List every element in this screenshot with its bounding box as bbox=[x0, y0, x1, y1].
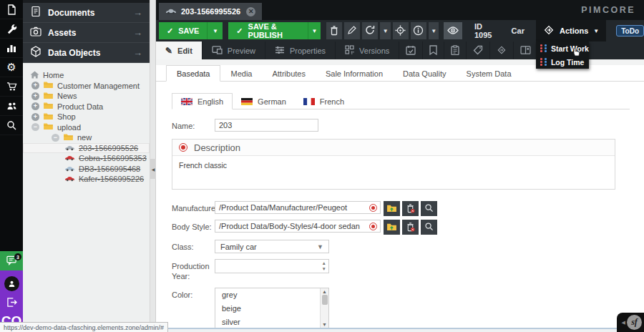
search-relation-button[interactable] bbox=[421, 201, 437, 216]
open-object-tab[interactable]: 203-1566995526 ✕ bbox=[159, 3, 262, 20]
reports-rail-button[interactable] bbox=[0, 39, 23, 58]
info-dropdown-caret[interactable]: ▼ bbox=[429, 22, 439, 39]
listbox-scrollbar[interactable]: ▲ ▼ bbox=[320, 288, 328, 328]
actions-button[interactable]: Actions ▼ bbox=[536, 20, 606, 42]
published-state-button[interactable] bbox=[444, 22, 462, 39]
color-option-silver[interactable]: silver bbox=[215, 316, 328, 328]
name-input[interactable] bbox=[215, 119, 318, 132]
body-style-input[interactable] bbox=[215, 220, 381, 233]
user-avatar[interactable] bbox=[4, 276, 19, 291]
tab-workflow[interactable] bbox=[490, 42, 514, 59]
logout-icon[interactable] bbox=[6, 298, 17, 308]
spinner-up-icon[interactable]: ▲ bbox=[322, 260, 326, 266]
tab-schedule[interactable] bbox=[399, 42, 423, 59]
locate-in-tree-button[interactable] bbox=[393, 22, 409, 39]
tab-lang-french[interactable]: French bbox=[295, 93, 353, 109]
collapse-icon[interactable]: − bbox=[52, 134, 59, 142]
reload-dropdown-caret[interactable]: ▼ bbox=[380, 22, 390, 39]
open-relation-button[interactable] bbox=[384, 201, 400, 216]
menu-item-start-work[interactable]: Start Work bbox=[536, 42, 589, 55]
tree-item-new[interactable]: − new bbox=[23, 132, 150, 143]
menu-item-log-time[interactable]: Log Time bbox=[536, 55, 589, 69]
tab-versions[interactable]: Versions bbox=[336, 42, 399, 59]
tab-attributes[interactable]: Attributes bbox=[262, 65, 315, 82]
tree-item-customer-management[interactable]: + Customer Management bbox=[23, 81, 150, 92]
home-icon bbox=[30, 71, 39, 80]
section-data-objects[interactable]: Data Objects → bbox=[23, 43, 150, 63]
scroll-up-icon[interactable]: ▲ bbox=[322, 289, 327, 294]
section-documents[interactable]: Documents → bbox=[23, 3, 150, 23]
notifications-button[interactable]: 3 bbox=[0, 251, 23, 270]
arrow-right-icon[interactable]: → bbox=[133, 7, 142, 18]
delete-button[interactable] bbox=[326, 22, 342, 39]
close-icon[interactable]: ✕ bbox=[246, 7, 255, 16]
tab-lang-english[interactable]: English bbox=[172, 93, 233, 109]
section-assets[interactable]: Assets → bbox=[23, 23, 150, 43]
spinner-down-icon[interactable]: ▼ bbox=[322, 266, 326, 272]
panel-splitter[interactable]: ◀ bbox=[150, 0, 156, 332]
tools-rail-button[interactable] bbox=[0, 19, 23, 39]
tree-item-db3[interactable]: DB3-1566995468 bbox=[23, 164, 150, 175]
tab-layout[interactable] bbox=[514, 42, 538, 59]
tab-label: Properties bbox=[290, 47, 326, 55]
info-button[interactable] bbox=[411, 22, 426, 39]
tree-item-upload[interactable]: − upload bbox=[23, 122, 150, 133]
tab-sale-information[interactable]: Sale Information bbox=[316, 65, 393, 82]
color-option-grey[interactable]: grey bbox=[215, 288, 328, 302]
manufacturer-input[interactable] bbox=[215, 201, 381, 214]
documents-rail-button[interactable] bbox=[0, 0, 23, 19]
color-multiselect[interactable]: grey beige silver ▲ ▼ bbox=[215, 288, 329, 328]
expand-icon[interactable]: + bbox=[31, 82, 39, 89]
save-publish-button[interactable]: ✓SAVE & PUBLISH ▼ bbox=[228, 22, 321, 39]
tab-basedata[interactable]: Basedata bbox=[166, 65, 220, 82]
tree-item-home[interactable]: Home bbox=[23, 70, 150, 81]
tab-edit[interactable]: ✎Edit bbox=[156, 42, 203, 59]
expand-icon[interactable]: + bbox=[31, 102, 39, 110]
tab-reports[interactable] bbox=[444, 42, 467, 59]
tree-item-cobra[interactable]: Cobra-1566995353 bbox=[23, 153, 150, 164]
tab-preview[interactable]: Preview bbox=[203, 42, 265, 59]
tree-item-news[interactable]: + News bbox=[23, 91, 150, 102]
settings-rail-button[interactable]: ⚙ bbox=[0, 58, 23, 77]
tab-notes[interactable] bbox=[423, 42, 444, 59]
tab-properties[interactable]: Properties bbox=[265, 42, 336, 59]
expand-icon[interactable]: + bbox=[31, 113, 39, 121]
check-icon: ✓ bbox=[236, 26, 243, 36]
collapse-panel-handle[interactable]: ◀ bbox=[150, 159, 156, 179]
save-dropdown-caret[interactable]: ▼ bbox=[207, 22, 223, 39]
arrow-right-icon[interactable]: → bbox=[133, 47, 142, 58]
ecommerce-rail-button[interactable] bbox=[0, 77, 23, 97]
save-button[interactable]: ✓SAVE ▼ bbox=[159, 22, 223, 39]
rename-button[interactable] bbox=[344, 22, 360, 39]
tree-item-kafer[interactable]: Kafer-1566995226 bbox=[23, 174, 150, 185]
production-year-stepper[interactable]: ▲▼ bbox=[215, 259, 329, 273]
description-editor[interactable]: French classic bbox=[172, 156, 615, 189]
tree-item-shop[interactable]: + Shop bbox=[23, 112, 150, 122]
save-publish-dropdown-caret[interactable]: ▼ bbox=[308, 22, 321, 39]
clear-relation-button[interactable] bbox=[402, 220, 419, 235]
profiler-collapse-icon[interactable]: ◀ bbox=[622, 320, 625, 326]
reload-button[interactable] bbox=[362, 22, 378, 39]
tab-data-quality[interactable]: Data Quality bbox=[393, 65, 457, 82]
users-rail-button[interactable] bbox=[0, 97, 23, 116]
clear-relation-button[interactable] bbox=[402, 201, 419, 216]
tree-item-203[interactable]: 203-1566995526 bbox=[23, 143, 150, 154]
tree-item-product-data[interactable]: + Product Data bbox=[23, 102, 150, 112]
collapse-icon[interactable]: − bbox=[31, 123, 39, 131]
expand-icon[interactable]: + bbox=[31, 92, 39, 100]
class-select[interactable]: Family car▼ bbox=[215, 240, 329, 253]
open-relation-button[interactable] bbox=[384, 220, 400, 235]
arrow-right-icon[interactable]: → bbox=[133, 27, 142, 38]
tab-system-data[interactable]: System Data bbox=[457, 65, 522, 82]
tab-tags[interactable] bbox=[467, 42, 490, 59]
search-rail-button[interactable] bbox=[0, 116, 23, 135]
color-option-beige[interactable]: beige bbox=[215, 302, 328, 316]
search-relation-button[interactable] bbox=[421, 220, 437, 235]
tab-lang-german[interactable]: German bbox=[233, 93, 295, 109]
folder-icon bbox=[43, 112, 54, 122]
tab-media[interactable]: Media bbox=[220, 65, 262, 82]
target-icon bbox=[179, 143, 187, 152]
symfony-profiler-button[interactable]: sf bbox=[627, 315, 642, 330]
scroll-down-icon[interactable]: ▼ bbox=[322, 322, 327, 327]
scrollbar-thumb[interactable] bbox=[322, 295, 328, 305]
